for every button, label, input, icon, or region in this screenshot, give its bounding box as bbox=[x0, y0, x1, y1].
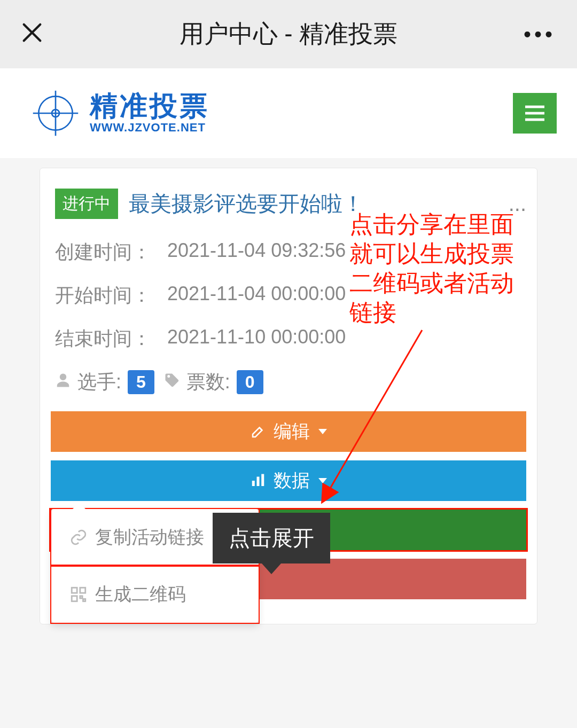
svg-rect-13 bbox=[80, 596, 82, 598]
tooltip-text: 点击展开 bbox=[229, 526, 314, 550]
qrcode-icon bbox=[69, 585, 88, 604]
svg-rect-8 bbox=[257, 477, 260, 487]
svg-rect-4 bbox=[525, 106, 544, 108]
votes-label: 票数: bbox=[186, 369, 230, 395]
tag-icon bbox=[164, 372, 180, 393]
logo[interactable]: 精准投票 WWW.JZVOTE.NET bbox=[32, 90, 209, 137]
end-time-row: 结束时间： 2021-11-10 00:00:00 bbox=[51, 326, 526, 352]
target-icon bbox=[32, 90, 79, 137]
create-time-label: 创建时间： bbox=[55, 239, 167, 265]
menu-button[interactable] bbox=[513, 93, 557, 134]
svg-rect-10 bbox=[72, 588, 77, 593]
edit-button[interactable]: 编辑 bbox=[51, 411, 526, 452]
svg-rect-9 bbox=[261, 474, 264, 487]
svg-rect-7 bbox=[252, 481, 255, 486]
svg-rect-12 bbox=[72, 596, 77, 601]
logo-text-cn: 精准投票 bbox=[90, 92, 209, 120]
data-button-label: 数据 bbox=[274, 468, 310, 493]
data-button[interactable]: 数据 bbox=[51, 460, 526, 501]
logo-text-en: WWW.JZVOTE.NET bbox=[90, 121, 209, 135]
app-topbar: 用户中心 - 精准投票 ••• bbox=[0, 0, 577, 68]
start-time-value: 2021-11-04 00:00:00 bbox=[167, 283, 346, 309]
edit-button-label: 编辑 bbox=[274, 419, 310, 444]
svg-rect-14 bbox=[83, 599, 85, 601]
gen-qr-item[interactable]: 生成二维码 bbox=[51, 566, 259, 623]
copy-link-label: 复制活动链接 bbox=[95, 525, 204, 550]
edit-icon bbox=[250, 424, 266, 440]
end-time-value: 2021-11-10 00:00:00 bbox=[167, 326, 346, 352]
end-time-label: 结束时间： bbox=[55, 326, 167, 352]
site-header: 精准投票 WWW.JZVOTE.NET bbox=[0, 68, 577, 158]
link-icon bbox=[69, 528, 88, 546]
chevron-down-icon bbox=[318, 429, 327, 434]
more-icon[interactable]: ••• bbox=[524, 22, 556, 46]
svg-rect-6 bbox=[525, 119, 544, 121]
contestants-label: 选手: bbox=[77, 369, 121, 395]
user-icon bbox=[55, 372, 71, 393]
chevron-down-icon bbox=[318, 478, 327, 483]
close-icon[interactable] bbox=[16, 17, 48, 52]
contestants-count: 5 bbox=[128, 370, 154, 394]
votes-count: 0 bbox=[237, 370, 263, 394]
page-title: 用户中心 - 精准投票 bbox=[0, 18, 577, 51]
svg-rect-11 bbox=[80, 588, 85, 593]
tooltip: 点击展开 bbox=[213, 513, 330, 563]
barchart-icon bbox=[250, 473, 266, 489]
hamburger-icon bbox=[525, 105, 544, 121]
gen-qr-label: 生成二维码 bbox=[95, 582, 186, 607]
start-time-label: 开始时间： bbox=[55, 283, 167, 309]
annotation-text: 点击分享在里面就可以生成投票二维码或者活动链接 bbox=[349, 209, 531, 327]
create-time-value: 2021-11-04 09:32:56 bbox=[167, 239, 346, 265]
svg-rect-5 bbox=[525, 112, 544, 115]
stats-row: 选手: 5 票数: 0 bbox=[51, 369, 526, 395]
status-badge: 进行中 bbox=[55, 189, 118, 219]
